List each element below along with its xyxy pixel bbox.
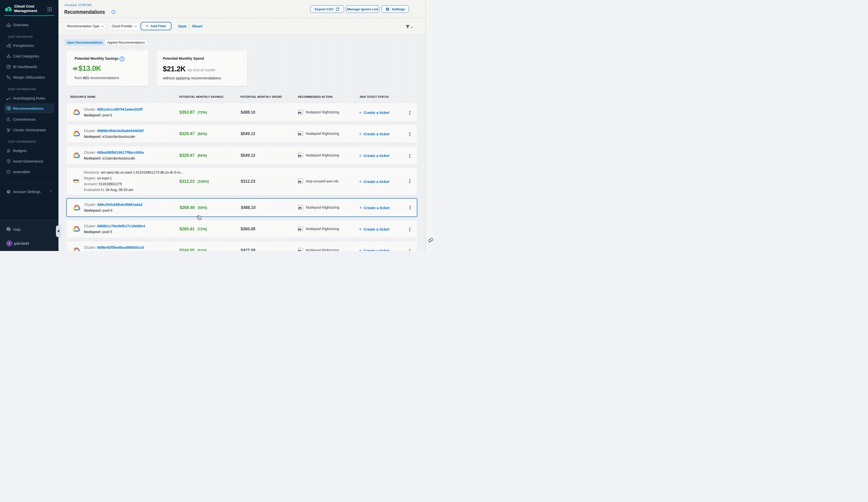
svg-text:$: $ [8, 150, 9, 152]
svg-text:$: $ [8, 8, 10, 12]
svg-text:?: ? [121, 57, 123, 61]
svg-text:$: $ [8, 160, 9, 163]
svg-text:?: ? [8, 228, 9, 230]
